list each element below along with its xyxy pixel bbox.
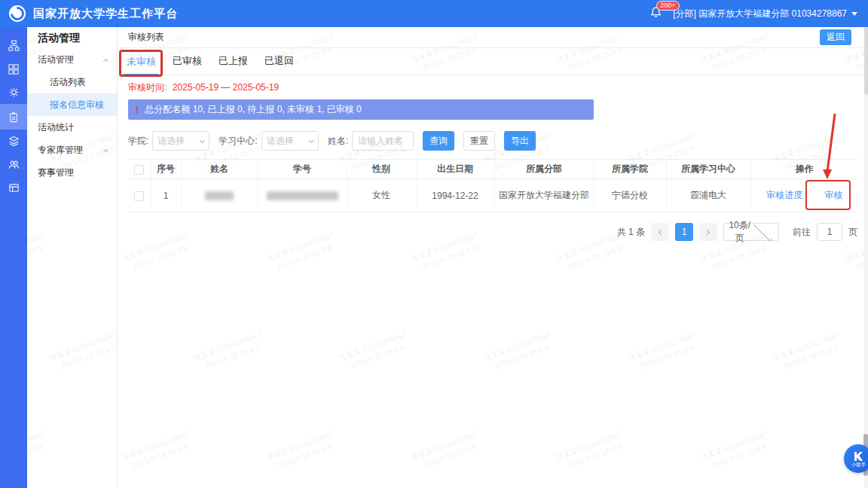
sidebar-item-expert-management[interactable]: 专家库管理 (27, 139, 117, 161)
users-icon (8, 159, 20, 170)
cell-branch: 国家开放大学福建分部 (494, 179, 594, 212)
col-college: 所属学院 (594, 160, 666, 179)
name-search-input[interactable] (352, 131, 414, 151)
row-checkbox[interactable] (134, 191, 144, 201)
sidebar-item-activity-list[interactable]: 活动列表 (27, 71, 117, 93)
nav-icon-strip (0, 27, 27, 488)
select-all-checkbox[interactable] (134, 165, 144, 175)
sidebar-icon-experts[interactable] (0, 153, 27, 176)
learning-center-select[interactable]: 请选择 (261, 131, 319, 151)
user-account-label: [分部] 国家开放大学福建分部 01034278867 (673, 8, 847, 20)
page-size-value: 10条/页 (729, 219, 751, 245)
cell-college: 宁德分校 (594, 179, 666, 212)
reset-button[interactable]: 重置 (463, 131, 495, 151)
sidebar-item-label: 赛事管理 (38, 161, 74, 184)
sidebar-title: 活动管理 (27, 27, 117, 48)
user-account-menu[interactable]: [分部] 国家开放大学福建分部 01034278867 (673, 8, 857, 20)
quota-summary-text: 总分配名额 10, 已上报 0, 待上报 0, 未审核 1, 已审核 0 (145, 103, 361, 116)
back-button[interactable]: 返回 (820, 29, 851, 45)
col-actions: 操作 (750, 160, 858, 179)
cell-learning-center: 霞浦电大 (666, 179, 750, 212)
alert-exclamation-icon: ! (136, 104, 139, 115)
sitemap-icon (8, 40, 20, 51)
sidebar-item-label: 专家库管理 (38, 139, 83, 161)
col-learning-center: 所属学习中心 (666, 160, 750, 179)
center-filter-label: 学习中心: (219, 135, 257, 148)
platform-logo-icon (9, 5, 26, 22)
col-name: 姓名 (181, 160, 258, 179)
main-content: 审核列表 返回 未审核 已审核 已上报 已退回 审核时间: 2025-05-19… (118, 27, 868, 488)
sidebar-item-label: 报名信息审核 (50, 93, 104, 116)
goto-unit: 页 (848, 226, 857, 239)
current-page-button[interactable]: 1 (675, 223, 693, 241)
audit-time-range: 审核时间: 2025-05-19 — 2025-05-19 (128, 81, 868, 93)
sidebar-icon-dashboard[interactable] (0, 57, 27, 81)
sidebar-item-label: 活动列表 (50, 71, 86, 93)
tab-returned[interactable]: 已退回 (261, 50, 297, 75)
chevron-down-icon (309, 137, 314, 142)
chevron-down-icon (103, 146, 108, 151)
tab-unaudited[interactable]: 未审核 (124, 51, 159, 75)
sidebar-item-competition-management[interactable]: 赛事管理 (27, 161, 117, 184)
sidebar-icon-orgchart[interactable] (0, 34, 27, 57)
table-row: 1 女性 1994-12-22 国家开放大学福建分部 宁德分校 霞浦电大 审核进… (128, 179, 858, 212)
sidebar-icon-competitions[interactable] (0, 176, 27, 200)
col-gender: 性别 (347, 160, 416, 179)
quota-summary-banner: ! 总分配名额 10, 已上报 0, 待上报 0, 未审核 1, 已审核 0 (128, 99, 594, 120)
col-student-id: 学号 (258, 160, 347, 179)
sidebar-item-activity-management[interactable]: 活动管理 (27, 48, 117, 71)
pagination-bar: 共 1 条 1 10条/页 前往 页 (118, 223, 857, 241)
college-select[interactable]: 请选择 (152, 131, 209, 151)
app-window: 国家开放大学学生工作平台 200+ [分部] 国家开放大学福建分部 010342… (0, 0, 868, 488)
blurred-name (205, 191, 234, 200)
scrollbar-track (864, 27, 868, 488)
chevron-down-icon (753, 221, 772, 240)
cell-gender: 女性 (347, 179, 416, 212)
sidebar-menu: 活动管理 活动管理 活动列表 报名信息审核 活动统计 专家库管理 赛事管理 (27, 27, 118, 488)
chevron-down-icon (200, 137, 205, 142)
prev-page-button[interactable] (651, 223, 669, 241)
chevron-left-icon (659, 229, 664, 234)
search-button[interactable]: 查询 (423, 131, 454, 151)
chevron-right-icon (704, 229, 710, 234)
audit-time-label: 审核时间: (128, 82, 167, 93)
tab-audited[interactable]: 已审核 (170, 50, 205, 75)
audit-time-value: 2025-05-19 — 2025-05-19 (173, 82, 279, 93)
notification-bell[interactable]: 200+ (649, 6, 662, 21)
tab-reported[interactable]: 已上报 (215, 50, 251, 75)
name-filter-label: 姓名: (328, 135, 348, 148)
cell-index: 1 (151, 179, 181, 212)
goto-label: 前往 (793, 226, 811, 239)
status-tabs: 未审核 已审核 已上报 已退回 (118, 53, 868, 75)
cell-name-redacted (181, 179, 258, 212)
clipboard-icon (8, 111, 19, 123)
sidebar-icon-audit-active[interactable] (0, 104, 27, 130)
table-header-row: 序号 姓名 学号 性别 出生日期 所属分部 所属学院 所属学习中心 操作 (128, 160, 858, 179)
scrollbar-thumb[interactable] (864, 27, 868, 95)
assistant-floating-button[interactable]: 小助手 (844, 444, 868, 473)
form-card-icon (8, 182, 20, 194)
blurred-student-id (267, 191, 338, 200)
chevron-down-icon (851, 12, 857, 16)
goto-page-input[interactable] (817, 223, 842, 241)
next-page-button[interactable] (699, 223, 717, 241)
assistant-label: 小助手 (851, 462, 866, 466)
page-title: 审核列表 (128, 31, 164, 44)
notification-badge: 200+ (656, 1, 679, 11)
audit-progress-link[interactable]: 审核进度 (766, 189, 802, 202)
page-size-select[interactable]: 10条/页 (723, 223, 779, 241)
sidebar-icon-layers[interactable] (0, 130, 27, 153)
col-index: 序号 (151, 160, 181, 179)
sidebar-item-activity-statistics[interactable]: 活动统计 (27, 116, 117, 139)
audit-table: 序号 姓名 学号 性别 出生日期 所属分部 所属学院 所属学习中心 操作 (128, 159, 857, 212)
audit-link[interactable]: 审核 (824, 189, 842, 202)
sidebar-item-registration-audit[interactable]: 报名信息审核 (27, 93, 117, 116)
platform-title: 国家开放大学学生工作平台 (33, 7, 178, 21)
sidebar-icon-settings[interactable] (0, 81, 27, 104)
col-branch: 所属分部 (494, 160, 594, 179)
total-count: 共 1 条 (617, 226, 645, 239)
layers-icon (8, 136, 20, 147)
dashboard-grid-icon (8, 64, 19, 75)
center-select-placeholder: 请选择 (267, 135, 310, 148)
export-button[interactable]: 导出 (504, 131, 536, 151)
